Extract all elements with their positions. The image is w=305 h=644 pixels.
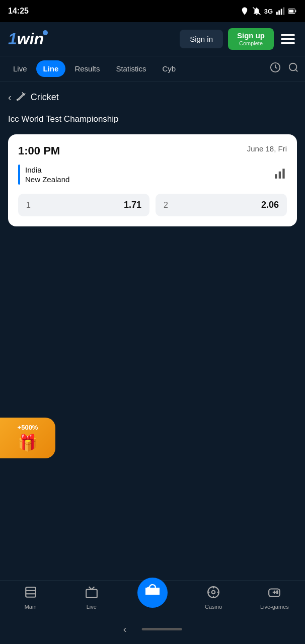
app-logo[interactable]: 1win [8, 30, 48, 48]
hamburger-line [281, 38, 295, 40]
svg-line-11 [295, 69, 297, 71]
team1-name: India [25, 166, 69, 174]
odds-value-2: 2.06 [261, 200, 279, 210]
main-icon [24, 586, 37, 602]
nav-tabs-bar: Live Line Results Statistics Cyb [0, 56, 305, 82]
svg-rect-13 [275, 174, 277, 179]
promo-banner[interactable]: +500% 🎁 [0, 418, 55, 458]
svg-point-21 [212, 591, 215, 594]
casino-icon [207, 586, 220, 602]
live-games-label: Live-games [260, 604, 289, 610]
team2-name: New Zealand [25, 175, 69, 184]
tab-live[interactable]: Live [6, 60, 34, 77]
app-header: 1win Sign in Sign up Complete [0, 22, 305, 56]
hamburger-line [281, 42, 295, 44]
breadcrumb: ‹ Cricket [0, 82, 305, 109]
championship-title: Icc World Test Championship [0, 109, 305, 134]
svg-point-10 [289, 63, 297, 71]
live-games-icon [268, 586, 281, 602]
cricket-icon [16, 91, 27, 104]
status-time: 14:25 [8, 7, 29, 16]
signup-button[interactable]: Sign up Complete [228, 28, 274, 50]
odds-value-1: 1.71 [124, 200, 141, 210]
status-icons: 3G [240, 7, 297, 16]
bets-icon [145, 584, 160, 602]
odds-label-2: 2 [164, 201, 168, 210]
odds-button-1[interactable]: 1 1.71 [18, 194, 149, 216]
search-icon[interactable] [288, 62, 299, 75]
nav-casino[interactable]: Casino [196, 586, 231, 610]
logo-text: 1win [8, 30, 48, 48]
nav-tab-icons [270, 62, 299, 75]
network-indicator: 3G [264, 8, 273, 15]
svg-point-29 [277, 591, 278, 592]
tab-results[interactable]: Results [67, 60, 107, 77]
nav-live[interactable]: Live [74, 586, 109, 610]
odds-label-1: 1 [26, 201, 31, 210]
bell-muted-icon [252, 7, 261, 16]
bets-center-button[interactable] [137, 578, 168, 608]
casino-label: Casino [205, 604, 222, 610]
svg-point-12 [17, 99, 19, 101]
svg-rect-5 [283, 8, 284, 15]
main-label: Main [25, 604, 37, 610]
svg-point-30 [277, 593, 278, 594]
status-bar: 14:25 3G [0, 0, 305, 22]
svg-rect-16 [26, 587, 36, 597]
menu-button[interactable] [279, 30, 297, 48]
promo-percent: +500% [18, 424, 38, 431]
match-card[interactable]: 1:00 PM June 18, Fri India New Zealand 1… [8, 134, 297, 226]
signin-button[interactable]: Sign in [180, 30, 223, 48]
location-icon [240, 7, 249, 16]
odds-button-2[interactable]: 2 2.06 [156, 194, 287, 216]
nav-bets-center[interactable] [135, 588, 170, 608]
live-icon [85, 586, 98, 602]
svg-rect-8 [295, 11, 296, 12]
signal-icon [276, 7, 285, 16]
tab-cyber[interactable]: Cyb [155, 60, 183, 77]
match-header: 1:00 PM June 18, Fri [18, 144, 287, 157]
live-label: Live [87, 604, 97, 610]
nav-live-games[interactable]: Live-games [257, 586, 292, 610]
history-icon[interactable] [270, 62, 281, 75]
match-date: June 18, Fri [247, 144, 287, 153]
bottom-nav: Main Live Casino Live-games [0, 580, 305, 614]
svg-rect-4 [281, 9, 282, 15]
nav-main[interactable]: Main [13, 586, 48, 610]
match-time: 1:00 PM [18, 144, 60, 157]
svg-rect-7 [289, 10, 293, 13]
match-stats-icon[interactable] [274, 167, 287, 183]
nav-back-arrow[interactable]: ‹ [123, 623, 127, 635]
teams-names: India New Zealand [25, 166, 69, 184]
team-indicator [18, 165, 20, 185]
sport-name: Cricket [31, 92, 59, 103]
battery-icon [288, 7, 297, 16]
odds-row: 1 1.71 2 2.06 [18, 194, 287, 216]
back-button[interactable]: ‹ [8, 92, 12, 103]
header-actions: Sign in Sign up Complete [180, 28, 297, 50]
svg-rect-3 [278, 11, 280, 15]
svg-rect-15 [282, 169, 284, 179]
home-pill [141, 628, 182, 630]
svg-rect-19 [86, 590, 97, 598]
hamburger-line [281, 34, 295, 36]
svg-rect-14 [279, 172, 281, 179]
tab-line[interactable]: Line [36, 60, 66, 77]
match-teams: India New Zealand [18, 165, 287, 185]
tab-statistics[interactable]: Statistics [109, 60, 153, 77]
gift-icon: 🎁 [18, 433, 38, 452]
home-indicator: ‹ [123, 623, 182, 635]
svg-rect-2 [276, 12, 278, 15]
